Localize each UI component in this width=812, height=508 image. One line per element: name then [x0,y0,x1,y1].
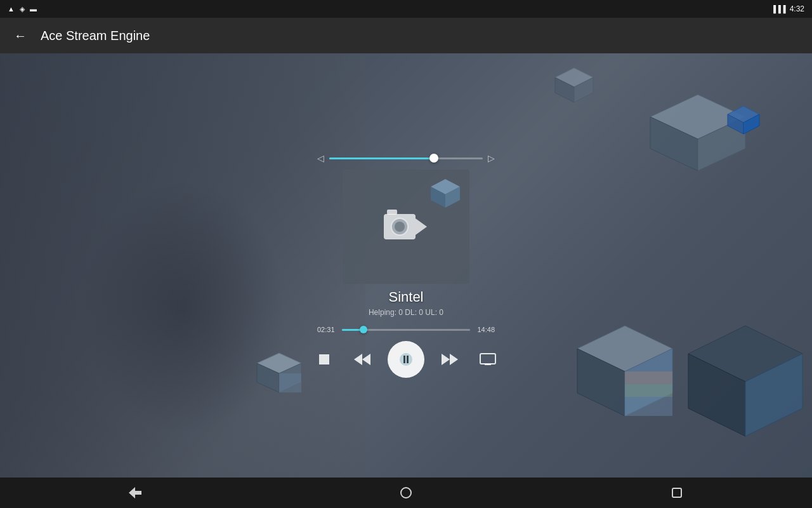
track-stats: Helping: 0 DL: 0 UL: 0 [369,308,443,317]
decorative-cube-small [552,66,596,104]
status-time: 4:32 [790,4,804,13]
svg-rect-18 [625,384,672,397]
volume-high-icon: ▷ [488,153,495,163]
svg-marker-31 [362,354,370,365]
svg-point-42 [401,488,411,498]
svg-point-24 [395,222,405,232]
background: ◁ ▷ [0,53,812,478]
fast-forward-button[interactable] [437,347,462,372]
play-pause-button[interactable] [388,341,424,378]
nav-home-button[interactable] [393,480,419,505]
nav-bar [0,478,812,508]
current-time: 02:31 [317,326,339,333]
status-bar: ▲ ◈ ▬ ▐▐▐ 4:32 [0,0,812,18]
wifi-icon: ◈ [20,5,25,13]
svg-rect-43 [672,488,681,497]
volume-slider-track[interactable] [329,157,483,159]
screen-button[interactable] [475,347,501,372]
ace-logo-overlay [428,176,463,211]
svg-rect-38 [480,354,495,364]
svg-marker-41 [129,487,141,498]
status-left-icons: ▲ ◈ ▬ [8,5,37,13]
track-title: Sintel [388,289,423,305]
signal-strength-icon: ▐▐▐ [771,5,785,13]
svg-rect-34 [403,356,405,363]
status-right-info: ▐▐▐ 4:32 [771,4,804,13]
volume-slider-thumb[interactable] [429,154,438,163]
svg-rect-25 [387,210,397,215]
svg-rect-17 [625,371,672,384]
svg-marker-26 [416,218,427,235]
svg-marker-32 [354,354,362,365]
rewind-button[interactable] [350,347,375,372]
svg-marker-36 [442,354,450,365]
svg-marker-37 [450,354,458,365]
app-title: Ace Stream Engine [41,29,150,43]
svg-rect-35 [407,356,409,363]
player-container: ◁ ▷ [298,153,514,378]
total-time: 14:48 [473,326,495,333]
svg-point-33 [400,353,412,366]
back-button[interactable]: ← [10,25,30,46]
battery-icon: ▬ [30,5,37,13]
stop-button[interactable] [311,347,337,372]
progress-bar[interactable]: 02:31 14:48 [317,326,495,333]
volume-slider-fill [329,157,434,159]
decorative-cube-bottom-right-2 [682,322,809,446]
nav-recent-button[interactable] [664,480,690,505]
app-bar: ← Ace Stream Engine [0,18,812,53]
volume-low-icon: ◁ [317,153,324,163]
decorative-cube-bottom-right-1 [571,322,679,420]
signal-icon: ▲ [8,5,15,13]
progress-track[interactable] [342,329,470,331]
track-thumbnail [343,170,469,284]
bg-figure-blur [81,180,284,435]
decorative-cube-bottom-left [254,351,304,395]
nav-back-button[interactable] [122,480,148,505]
svg-rect-30 [319,354,329,364]
video-camera-icon [381,204,431,249]
progress-thumb[interactable] [360,326,367,333]
playback-controls [311,341,501,378]
volume-bar[interactable]: ◁ ▷ [317,153,495,163]
decorative-cube-blue [726,104,761,136]
